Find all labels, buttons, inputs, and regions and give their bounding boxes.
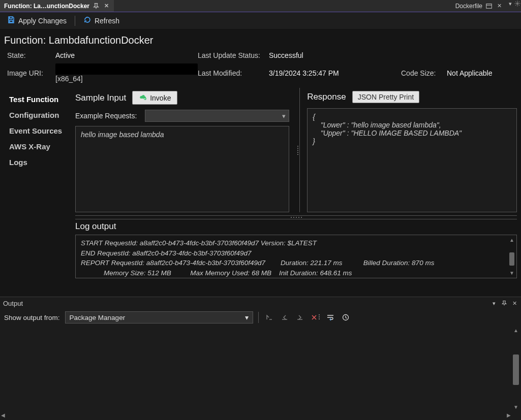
- action-toolbar: Apply Changes Refresh: [0, 12, 521, 29]
- invoke-button[interactable]: Invoke: [132, 91, 177, 105]
- output-tool-window: Output ▾ ✕ Show output from: Package Man…: [0, 297, 521, 420]
- last-modified-label: Last Modified:: [198, 69, 269, 77]
- cloud-invoke-icon: [139, 93, 147, 103]
- gear-icon[interactable]: [514, 0, 521, 7]
- preview-icon[interactable]: [485, 3, 493, 10]
- pin-icon[interactable]: [93, 3, 100, 10]
- output-title: Output: [3, 300, 23, 307]
- scroll-thumb[interactable]: [513, 354, 519, 385]
- chevron-down-icon: ▾: [282, 112, 286, 120]
- output-toolbar: Show output from: Package Manager ▾: [0, 309, 521, 326]
- example-requests-label: Example Requests:: [75, 112, 137, 120]
- info-grid: State: Active Last Update Status: Succes…: [0, 49, 521, 88]
- state-value: Active: [55, 51, 198, 59]
- refresh-button[interactable]: Refresh: [80, 15, 122, 26]
- page-title: Function: LambdafunctionDocker: [0, 29, 521, 49]
- image-uri-block: [x86_64]: [55, 63, 198, 83]
- goto-source-icon[interactable]: [264, 312, 275, 323]
- response-title: Response: [307, 92, 346, 102]
- refresh-icon: [83, 16, 91, 25]
- nav-logs[interactable]: Logs: [9, 158, 70, 167]
- tab-dockerfile[interactable]: Dockerfile ✕: [451, 0, 507, 12]
- log-output-title: Log output: [75, 220, 517, 235]
- code-size-value: Not Applicable: [447, 69, 514, 77]
- show-output-from-label: Show output from:: [4, 314, 60, 321]
- image-uri-label: Image URI:: [7, 69, 55, 77]
- work-area: Sample Input Invoke Example Requests: ▾: [75, 88, 517, 278]
- sample-input-panel: Sample Input Invoke Example Requests: ▾: [75, 88, 289, 212]
- svg-rect-2: [10, 20, 13, 22]
- nav-configuration[interactable]: Configuration: [9, 111, 70, 119]
- pin-icon[interactable]: [501, 300, 508, 307]
- close-icon[interactable]: ✕: [496, 3, 503, 10]
- log-output-box[interactable]: START RequestId: a8aff2c0-b473-4fdc-b3bf…: [75, 235, 517, 278]
- scroll-up-icon[interactable]: ▲: [513, 328, 518, 333]
- toolbar-separator: [75, 16, 75, 26]
- scroll-down-icon[interactable]: ▼: [513, 404, 518, 410]
- state-label: State:: [7, 51, 55, 59]
- chevron-down-icon[interactable]: ▾: [507, 0, 514, 7]
- vertical-splitter[interactable]: [296, 88, 300, 212]
- last-modified-value: 3/19/2024 3:25:47 PM: [269, 69, 401, 77]
- last-update-value: Successful: [269, 51, 401, 59]
- nav-event-sources[interactable]: Event Sources: [9, 126, 70, 135]
- close-icon[interactable]: ✕: [511, 300, 518, 307]
- timestamp-icon[interactable]: [340, 312, 351, 323]
- example-requests-combo[interactable]: ▾: [145, 110, 289, 122]
- horizontal-splitter[interactable]: [75, 215, 517, 219]
- save-icon: [7, 16, 15, 25]
- scroll-down-icon[interactable]: ▼: [509, 270, 514, 276]
- next-message-icon[interactable]: [294, 312, 305, 323]
- log-scrollbar[interactable]: ▲ ▼: [508, 237, 515, 276]
- tab-label: Dockerfile: [455, 3, 482, 10]
- chevron-down-icon[interactable]: ▾: [491, 300, 498, 307]
- json-pretty-print-button[interactable]: JSON Pretty Print: [352, 91, 419, 103]
- scroll-thumb[interactable]: [509, 252, 514, 266]
- last-update-label: Last Update Status:: [198, 51, 269, 59]
- response-panel: Response JSON Pretty Print { "Lower" : "…: [307, 88, 517, 212]
- sample-input-title: Sample Input: [75, 93, 126, 103]
- refresh-label: Refresh: [95, 17, 119, 25]
- scroll-left-icon[interactable]: ◀: [1, 412, 5, 418]
- output-body[interactable]: ▲ ▼ ◀ ▶: [0, 326, 521, 420]
- output-source-value: Package Manager: [70, 314, 126, 321]
- scroll-up-icon[interactable]: ▲: [509, 237, 514, 243]
- architecture-value: [x86_64]: [55, 75, 198, 83]
- scroll-right-icon[interactable]: ▶: [507, 412, 511, 418]
- tab-label: Function: La…unctionDocker: [4, 3, 89, 10]
- output-horizontal-scrollbar[interactable]: ◀ ▶: [1, 411, 511, 419]
- document-tabstrip: Function: La…unctionDocker ✕ Dockerfile …: [0, 0, 521, 12]
- response-editor[interactable]: { "Lower" : "hello image based lambda", …: [307, 108, 517, 212]
- svg-rect-0: [486, 4, 492, 8]
- prev-message-icon[interactable]: [279, 312, 290, 323]
- clear-all-icon[interactable]: [310, 312, 321, 323]
- log-output-text: START RequestId: a8aff2c0-b473-4fdc-b3bf…: [81, 238, 511, 278]
- nav-aws-xray[interactable]: AWS X-Ray: [9, 142, 70, 151]
- nav-test-function[interactable]: Test Function: [9, 95, 70, 104]
- code-size-label: Code Size:: [401, 69, 447, 77]
- log-section: Log output START RequestId: a8aff2c0-b47…: [75, 220, 517, 278]
- tab-function-docker[interactable]: Function: La…unctionDocker ✕: [0, 0, 114, 12]
- output-vertical-scrollbar[interactable]: ▲ ▼: [512, 328, 520, 410]
- invoke-label: Invoke: [150, 94, 171, 102]
- main-area: Function: LambdafunctionDocker State: Ac…: [0, 29, 521, 297]
- svg-point-1: [517, 3, 518, 5]
- chevron-down-icon: ▾: [245, 313, 249, 321]
- side-nav: Test Function Configuration Event Source…: [4, 88, 75, 278]
- word-wrap-icon[interactable]: [325, 312, 336, 323]
- apply-changes-button[interactable]: Apply Changes: [4, 15, 70, 26]
- sample-input-editor[interactable]: hello image based lambda: [75, 126, 289, 212]
- output-source-combo[interactable]: Package Manager ▾: [65, 311, 253, 324]
- close-icon[interactable]: ✕: [103, 3, 110, 10]
- apply-changes-label: Apply Changes: [18, 17, 67, 25]
- image-uri-value-redacted: [55, 63, 198, 75]
